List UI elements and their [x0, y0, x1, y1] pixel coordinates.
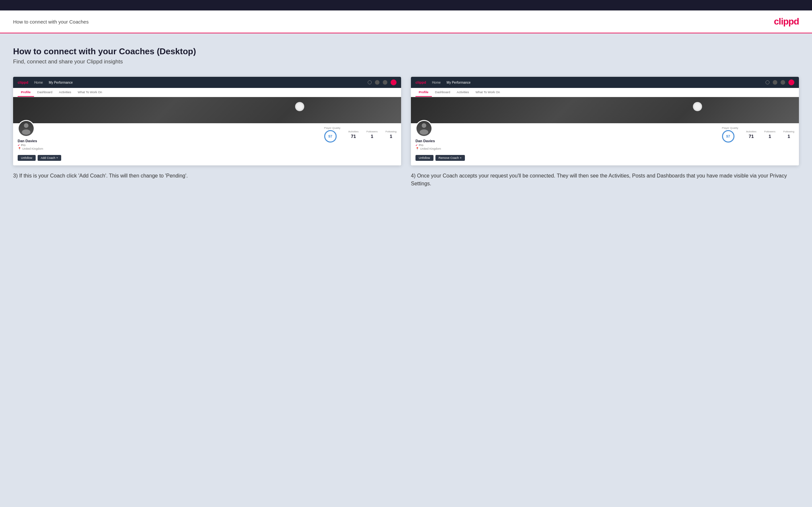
mock-role-2: ✔ Pro [415, 144, 465, 147]
mock-browser-1: clippd Home My Performance Profile Dashb… [13, 77, 401, 165]
person-icon-2[interactable] [773, 80, 777, 84]
mock-logo-2: clippd [415, 80, 426, 84]
mock-browser-2: clippd Home My Performance Profile Dashb… [411, 77, 799, 165]
location-text-2: United Kingdom [420, 147, 441, 150]
mock-nav-2: clippd Home My Performance [411, 77, 799, 88]
remove-coach-button-2[interactable]: Remove Coach × [436, 155, 465, 161]
screenshot-col-2: clippd Home My Performance Profile Dashb… [411, 77, 799, 188]
quality-circle-1: 97 [324, 130, 337, 143]
mock-nav-right-2 [766, 79, 794, 85]
quality-circle-2: 97 [722, 130, 734, 143]
mock-nav-home-1[interactable]: Home [34, 81, 43, 84]
mock-name-2: Dan Davies [415, 139, 465, 143]
mock-avatar-1 [18, 120, 35, 137]
mock-stat-followers-1: Followers 1 [366, 130, 377, 139]
search-icon-1[interactable] [368, 80, 372, 84]
svg-point-2 [422, 123, 426, 128]
tab-profile-2[interactable]: Profile [415, 88, 432, 97]
top-bar [0, 0, 812, 10]
mock-profile-info-1: Dan Davies ✔ Pro 📍 United Kingdom [18, 139, 61, 150]
unfollow-button-2[interactable]: Unfollow [415, 155, 434, 161]
settings-icon-1[interactable] [383, 80, 387, 84]
person-icon-1[interactable] [375, 80, 379, 84]
mock-hero-2 [411, 97, 799, 123]
mock-name-1: Dan Davies [18, 139, 61, 143]
mock-stat-followers-2: Followers 1 [764, 130, 775, 139]
description-2: 4) Once your Coach accepts your request … [411, 172, 799, 188]
mock-tabs-2: Profile Dashboard Activities What To Wor… [411, 88, 799, 97]
tab-profile-1[interactable]: Profile [18, 88, 34, 97]
mock-nav-right-1 [368, 79, 397, 85]
location-text-1: United Kingdom [22, 147, 43, 150]
search-icon-2[interactable] [766, 80, 769, 84]
description-1: 3) If this is your Coach click 'Add Coac… [13, 172, 401, 180]
screenshots-row: clippd Home My Performance Profile Dashb… [13, 77, 799, 188]
mock-tabs-1: Profile Dashboard Activities What To Wor… [13, 88, 401, 97]
mock-avatar-2 [415, 120, 433, 137]
tab-activities-1[interactable]: Activities [56, 88, 74, 97]
mock-hero-1 [13, 97, 401, 123]
mock-location-1: 📍 United Kingdom [18, 147, 61, 150]
mock-logo-1: clippd [18, 80, 28, 84]
mock-location-2: 📍 United Kingdom [415, 147, 465, 150]
avatar-icon-1[interactable] [391, 79, 397, 85]
tab-activities-2[interactable]: Activities [453, 88, 472, 97]
settings-icon-2[interactable] [780, 80, 785, 84]
mock-buttons-1: Unfollow Add Coach + [18, 155, 61, 161]
mock-stat-activities-1: Activities 71 [348, 130, 359, 139]
mock-stats-2: Player Quality 97 Activities 71 Follower… [722, 126, 794, 143]
main-content: How to connect with your Coaches (Deskto… [0, 33, 812, 507]
mock-profile-info-2: Dan Davies ✔ Pro 📍 United Kingdom [415, 139, 465, 150]
page-heading: How to connect with your Coaches (Deskto… [13, 46, 799, 57]
mock-role-1: ✔ Pro [18, 144, 61, 147]
tab-dashboard-1[interactable]: Dashboard [34, 88, 56, 97]
mock-stat-quality-2: Player Quality 97 [722, 126, 739, 143]
avatar-figure-2 [416, 121, 432, 136]
page-subheading: Find, connect and share your Clippd insi… [13, 58, 799, 65]
mock-buttons-2: Unfollow Remove Coach × [415, 155, 465, 161]
avatar-icon-2[interactable] [789, 79, 794, 85]
mock-stats-1: Player Quality 97 Activities 71 Follower… [324, 126, 397, 143]
mock-stat-quality-1: Player Quality 97 [324, 126, 341, 143]
screenshot-col-1: clippd Home My Performance Profile Dashb… [13, 77, 401, 188]
svg-point-1 [22, 129, 31, 135]
tab-dashboard-2[interactable]: Dashboard [432, 88, 453, 97]
add-coach-button-1[interactable]: Add Coach + [38, 155, 61, 161]
svg-point-3 [420, 129, 428, 135]
mock-stat-following-1: Following 1 [386, 130, 397, 139]
mock-nav-performance-1[interactable]: My Performance [49, 81, 72, 84]
role-text-2: Pro [419, 144, 423, 147]
mock-profile-section-2: Dan Davies ✔ Pro 📍 United Kingdom U [411, 123, 799, 165]
mock-stat-following-2: Following 1 [783, 130, 794, 139]
mock-profile-section-1: Dan Davies ✔ Pro 📍 United Kingdom U [13, 123, 401, 165]
role-text-1: Pro [21, 144, 26, 147]
tab-whattworkon-2[interactable]: What To Work On [472, 88, 504, 97]
mock-nav-performance-2[interactable]: My Performance [447, 81, 470, 84]
mock-nav-1: clippd Home My Performance [13, 77, 401, 88]
header-title: How to connect with your Coaches [13, 19, 89, 24]
tab-whattworkon-1[interactable]: What To Work On [74, 88, 106, 97]
unfollow-button-1[interactable]: Unfollow [18, 155, 36, 161]
mock-nav-home-2[interactable]: Home [432, 81, 441, 84]
avatar-figure-1 [19, 121, 34, 136]
logo: clippd [774, 16, 799, 27]
mock-stat-activities-2: Activities 71 [746, 130, 756, 139]
svg-point-0 [24, 123, 29, 128]
header: How to connect with your Coaches clippd [0, 10, 812, 33]
